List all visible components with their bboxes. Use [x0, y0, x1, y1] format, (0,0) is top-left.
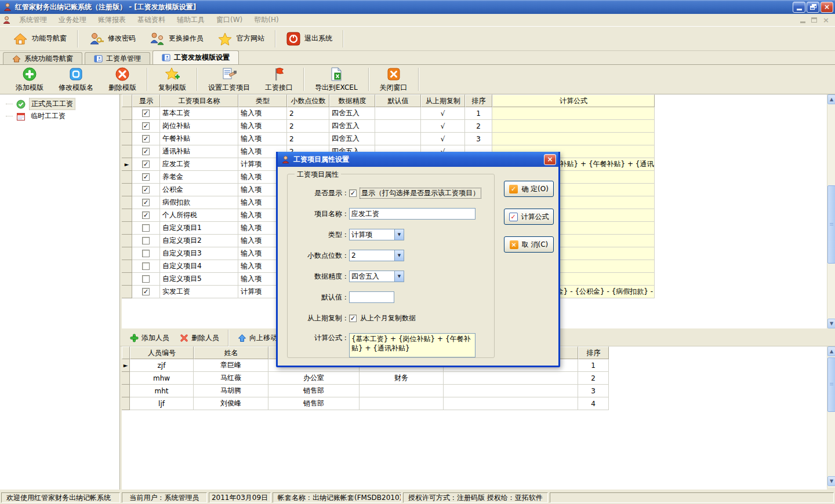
remove-person-button[interactable]: 删除人员 — [175, 331, 224, 345]
tab-nav-window[interactable]: 系统功能导航窗 — [3, 52, 82, 64]
show-checkbox[interactable] — [142, 109, 150, 117]
dialog-close-icon[interactable]: × — [544, 154, 556, 165]
column-header-order[interactable]: 排序 — [465, 94, 492, 107]
type-cell[interactable]: 输入项 — [238, 107, 287, 120]
menu-item[interactable]: 辅助工具 — [171, 15, 210, 25]
export-excel-button[interactable]: 导出到EXCEL — [307, 65, 365, 94]
formula-cell[interactable] — [492, 120, 655, 133]
item-name-cell[interactable]: 实发工资 — [160, 286, 238, 298]
formula-textarea[interactable]: {基本工资} + {岗位补贴} + {午餐补贴} + {通讯补贴} — [349, 333, 475, 357]
table-row[interactable]: ljf 刘俊峰 销售部 4 — [122, 397, 827, 410]
scroll-down-icon[interactable]: ▼ — [827, 319, 835, 328]
item-name-cell[interactable]: 个人所得税 — [160, 209, 238, 222]
show-checkbox[interactable] — [142, 122, 150, 130]
default-cell[interactable] — [375, 120, 421, 133]
show-checkbox-caption[interactable]: 显示（打勾选择是否显示该工资项目） — [360, 188, 481, 199]
add-person-button[interactable]: 添加人员 — [125, 331, 175, 345]
show-checkbox[interactable] — [142, 199, 150, 206]
show-checkbox-cell[interactable] — [132, 196, 160, 209]
person-dept-cell[interactable]: 销售部 — [268, 397, 360, 410]
show-checkbox-cell[interactable] — [132, 145, 160, 158]
person-role-cell[interactable] — [360, 397, 444, 410]
chevron-down-icon[interactable]: ▼ — [394, 250, 404, 261]
show-checkbox-cell[interactable] — [132, 247, 160, 260]
close-button[interactable]: × — [821, 2, 833, 13]
person-name-cell[interactable]: 刘俊峰 — [194, 397, 268, 410]
restore-button[interactable] — [807, 2, 819, 13]
decimals-cell[interactable]: 2 — [287, 107, 329, 120]
copy-cell[interactable]: √ — [421, 120, 465, 133]
decimals-cell[interactable]: 2 — [287, 133, 329, 145]
show-checkbox[interactable] — [349, 189, 357, 197]
copy-cell[interactable]: √ — [421, 107, 465, 120]
show-checkbox[interactable] — [142, 173, 150, 181]
items-grid-scrollbar[interactable]: ▲ ▼ — [827, 94, 835, 328]
column-header-person-code[interactable]: 人员编号 — [130, 346, 194, 359]
switch-operator-button[interactable]: 更换操作员 — [143, 29, 210, 49]
table-row[interactable]: 岗位补贴 输入项 2 四舍五入 √ 2 — [122, 120, 827, 133]
menu-item[interactable]: 系统管理 — [13, 15, 53, 25]
person-code-cell[interactable]: zjf — [130, 359, 194, 372]
item-name-cell[interactable]: 养老金 — [160, 171, 238, 184]
mdi-close-icon[interactable]: × — [823, 16, 829, 24]
tab-salary-sheet[interactable]: 工资单管理 — [85, 52, 150, 64]
type-select[interactable]: 计算项 ▼ — [349, 229, 404, 240]
scroll-up-icon[interactable]: ▲ — [827, 346, 835, 356]
tree-item-temp-staff[interactable]: 临时工工资 — [6, 110, 119, 122]
person-extra-cell[interactable] — [444, 397, 578, 410]
column-header-item-name[interactable]: 工资项目名称 — [160, 94, 238, 107]
copy-template-button[interactable]: 复制模版 — [151, 65, 194, 94]
show-checkbox-cell[interactable] — [132, 120, 160, 133]
item-name-cell[interactable]: 自定义项目3 — [160, 247, 238, 260]
column-header-order[interactable]: 排序 — [578, 346, 609, 359]
show-checkbox[interactable] — [142, 237, 150, 244]
order-cell[interactable]: 4 — [578, 397, 609, 410]
person-name-cell[interactable]: 马红薇 — [194, 372, 268, 385]
calc-formula-button[interactable]: ✓ 计算公式 — [504, 209, 554, 225]
rename-template-button[interactable]: 修改模版名 — [51, 65, 101, 94]
column-header-copy[interactable]: 从上期复制 — [421, 94, 465, 107]
show-checkbox[interactable] — [142, 148, 150, 155]
tree-item-regular-staff[interactable]: 正式员工工资 — [6, 98, 119, 110]
column-header-show[interactable]: 显示 — [132, 94, 160, 107]
default-cell[interactable] — [375, 107, 421, 120]
order-cell[interactable]: 2 — [465, 120, 492, 133]
table-row[interactable]: 基本工资 输入项 2 四舍五入 √ 1 — [122, 107, 827, 120]
order-cell[interactable]: 2 — [578, 372, 609, 385]
default-value-input[interactable] — [349, 291, 394, 303]
show-checkbox-cell[interactable] — [132, 222, 160, 235]
move-up-button[interactable]: 向上移动 — [233, 331, 282, 345]
show-checkbox-cell[interactable] — [132, 209, 160, 222]
show-checkbox[interactable] — [142, 275, 150, 283]
set-salary-items-button[interactable]: 设置工资项目 — [201, 65, 257, 94]
show-checkbox[interactable] — [142, 250, 150, 257]
delete-template-button[interactable]: 删除模版 — [101, 65, 144, 94]
default-cell[interactable] — [375, 133, 421, 145]
table-row[interactable]: mht 马胡腾 销售部 3 — [122, 385, 827, 397]
nav-window-button[interactable]: 功能导航窗 — [6, 29, 74, 49]
column-header-default[interactable]: 默认值 — [375, 94, 421, 107]
person-dept-cell[interactable]: 销售部 — [268, 385, 360, 397]
item-name-cell[interactable]: 通讯补贴 — [160, 145, 238, 158]
person-dept-cell[interactable]: 办公室 — [268, 372, 360, 385]
show-checkbox-cell[interactable] — [132, 133, 160, 145]
item-name-cell[interactable]: 公积金 — [160, 184, 238, 196]
item-name-cell[interactable]: 病假扣款 — [160, 196, 238, 209]
chevron-down-icon[interactable]: ▼ — [394, 229, 404, 240]
type-cell[interactable]: 输入项 — [238, 133, 287, 145]
person-extra-cell[interactable] — [444, 385, 578, 397]
official-website-button[interactable]: 官方网站 — [210, 29, 271, 49]
scroll-down-icon[interactable]: ▼ — [827, 476, 835, 486]
type-cell[interactable]: 输入项 — [238, 120, 287, 133]
order-cell[interactable]: 1 — [578, 359, 609, 372]
person-role-cell[interactable] — [360, 385, 444, 397]
item-name-cell[interactable]: 应发工资 — [160, 158, 238, 171]
people-grid-scrollbar[interactable]: ▲ ▼ — [827, 346, 835, 488]
menu-item[interactable]: 窗口(W) — [210, 15, 248, 25]
formula-cell[interactable] — [492, 133, 655, 145]
order-cell[interactable]: 1 — [465, 107, 492, 120]
show-checkbox-cell[interactable] — [132, 286, 160, 298]
show-checkbox-cell[interactable] — [132, 184, 160, 196]
menu-item[interactable]: 账簿报表 — [92, 15, 132, 25]
scroll-thumb[interactable] — [827, 185, 835, 264]
